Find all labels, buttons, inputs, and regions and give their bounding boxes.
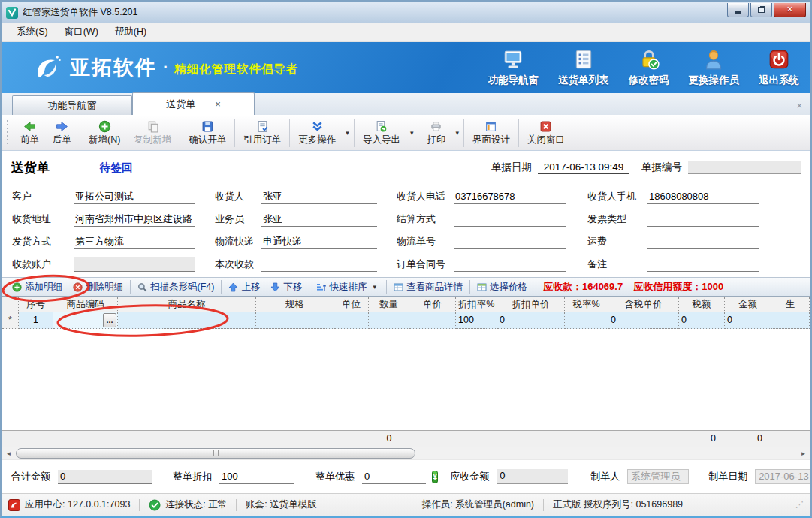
more-actions-dropdown-icon[interactable]: ▾ [343,129,352,137]
tracking-no-field[interactable] [454,235,566,249]
total-amount-field[interactable]: 0 [58,470,152,484]
grid-col-header[interactable]: 金额 [725,297,771,312]
app-center-text: 应用中心: 127.0.0.1:7093 [25,498,130,511]
grid-data-row[interactable]: * 1 ... 100 0 0 0 0 [2,312,810,329]
cell-discount-rate[interactable]: 100 [456,312,497,329]
ui-design-button[interactable]: 界面设计 [466,119,517,148]
cell-product-name[interactable] [118,312,256,329]
courier-field[interactable]: 申通快递 [261,235,377,249]
scan-barcode-button[interactable]: 扫描条形码(F4) [132,281,219,294]
grid-col-header[interactable]: 数量 [369,297,409,312]
doc-date-field[interactable]: 2017-06-13 09:49 [538,161,629,174]
salesman-field[interactable]: 张亚 [261,212,377,227]
grid-col-header[interactable]: 单价 [409,297,456,312]
settlement-field[interactable] [454,212,566,227]
grid-col-header[interactable]: 商品编码 [53,297,118,312]
scroll-left-icon[interactable]: ◄ [2,447,15,459]
import-export-button[interactable]: 导入导出 [356,119,407,148]
grid-col-header[interactable]: 商品名称 [118,297,256,312]
payment-now-field[interactable] [261,257,377,272]
cell-product-code[interactable]: ... [53,312,118,329]
cell-tax-incl-price[interactable]: 0 [608,312,679,329]
quick-sort-button[interactable]: 快速排序 ▾ [311,281,385,294]
contract-no-field[interactable] [454,257,566,272]
confirm-order-button[interactable]: 确认开单 [182,119,233,148]
summary-tax: 0 [679,431,725,447]
cell-discount-price[interactable]: 0 [497,312,565,329]
consignee-phone-field[interactable]: 03716678678 [454,190,566,204]
receiving-account-field[interactable] [74,257,195,272]
delete-detail-button[interactable]: 删除明细 [68,281,128,294]
close-button[interactable]: ✕ [774,3,806,17]
address-field[interactable]: 河南省郑州市中原区建设路 [74,212,195,227]
print-button[interactable]: 打印 [420,119,452,148]
grid-col-header[interactable]: 序号 [19,297,53,312]
freight-field[interactable] [647,235,759,249]
consignee-field[interactable]: 张亚 [261,190,377,204]
nav-switch-operator-button[interactable]: 更换操作员 [689,48,740,87]
menu-help[interactable]: 帮助(H) [107,23,155,41]
pane-close-icon[interactable]: × [796,100,802,111]
remark-field[interactable] [647,257,759,272]
consignee-mobile-field[interactable]: 18608080808 [647,190,759,204]
tab-function-panel[interactable]: 功能导航窗 [12,95,132,115]
horizontal-scrollbar[interactable]: ◄ ► [2,447,810,459]
minimize-button[interactable] [727,3,749,17]
grid-col-header[interactable]: 规格 [256,297,334,312]
close-window-button[interactable]: 关闭窗口 [521,119,572,148]
new-order-button[interactable]: 新增(N) [82,119,127,148]
browse-products-button[interactable]: ... [103,313,116,327]
restore-button[interactable] [750,3,772,17]
cell-spec[interactable] [256,312,334,329]
reference-order-button[interactable]: 引用订单 [237,119,288,148]
order-discount-field[interactable]: 100 [219,470,294,484]
nav-delivery-list-button[interactable]: 送货单列表 [558,48,609,87]
cell-qty[interactable] [369,312,409,329]
import-export-dropdown-icon[interactable]: ▾ [407,129,417,137]
tab-delivery-order[interactable]: 送货单 × [132,92,255,115]
grid-col-header[interactable]: 税额 [679,297,725,312]
resize-grip-icon[interactable]: ⋰ [795,500,804,510]
more-actions-button[interactable]: 更多操作 [291,119,343,148]
receivable-amount-field[interactable]: 0 [497,469,568,484]
nav-change-password-button[interactable]: 修改密码 [629,48,669,87]
move-down-button[interactable]: 下移 [265,281,307,294]
cell-seq[interactable]: 1 [19,312,53,329]
cell-unit[interactable] [334,312,369,329]
grid-col-header[interactable]: 税率% [565,297,608,312]
prev-order-button[interactable]: 前单 [14,119,46,148]
order-promo-field[interactable]: 0 [362,470,426,484]
order-discount-label: 整单折扣 [173,470,212,483]
cell-extra[interactable] [771,312,810,329]
doc-number-field[interactable] [688,161,801,174]
grid-col-header[interactable]: 单位 [334,297,369,312]
grid-col-header[interactable]: 折扣单价 [497,297,565,312]
next-order-button[interactable]: 后单 [46,119,78,148]
ship-method-field[interactable]: 第三方物流 [74,235,195,249]
cell-tax-rate[interactable] [565,312,608,329]
select-price-button[interactable]: 选择价格 [472,281,533,294]
customer-field[interactable]: 亚拓公司测试 [74,190,195,204]
nav-exit-system-button[interactable]: 退出系统 [759,48,799,87]
order-promo-group: 整单优惠 0 [315,470,426,484]
invoice-type-field[interactable] [647,212,759,227]
scrollbar-thumb[interactable] [16,448,415,459]
nav-function-panel-button[interactable]: 功能导航窗 [488,48,539,87]
menu-system[interactable]: 系统(S) [8,23,56,41]
cell-price[interactable] [409,312,456,329]
view-product-detail-button[interactable]: 查看商品详情 [388,281,468,294]
grid-col-header[interactable]: 折扣率% [456,297,497,312]
move-up-button[interactable]: 上移 [223,281,265,294]
grid-col-header[interactable]: 含税单价 [608,297,679,312]
copy-new-button[interactable]: 复制新增 [127,119,178,148]
grid-col-header[interactable]: 生 [771,297,810,312]
quick-sort-dropdown-icon[interactable]: ▾ [370,283,379,291]
yen-icon[interactable]: ¥ [432,471,438,483]
print-dropdown-icon[interactable]: ▾ [452,129,462,137]
scroll-right-icon[interactable]: ► [797,447,810,459]
menu-window[interactable]: 窗口(W) [56,23,107,41]
cell-tax-amount[interactable]: 0 [679,312,725,329]
cell-amount[interactable]: 0 [725,312,771,329]
add-detail-button[interactable]: 添加明细 [7,281,68,294]
tab-close-icon[interactable]: × [215,98,221,110]
